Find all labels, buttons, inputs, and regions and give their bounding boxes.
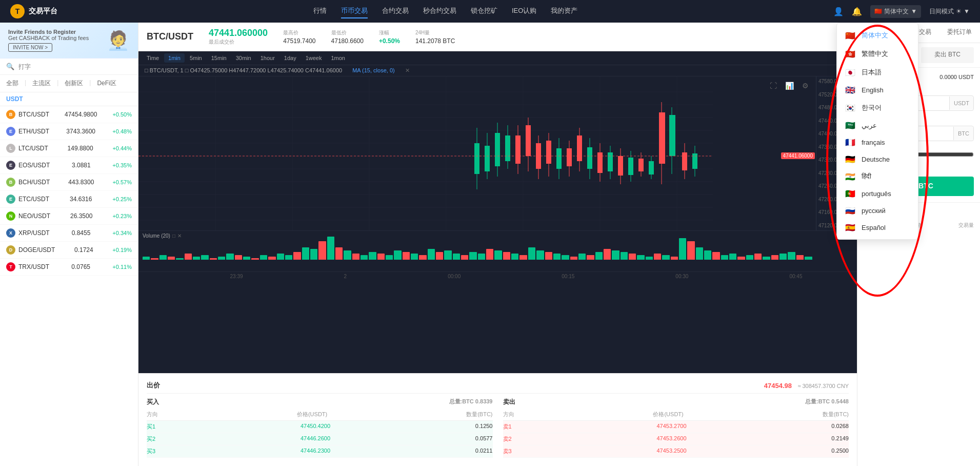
ob-price: 47453.2600 bbox=[656, 435, 686, 443]
lang-selector[interactable]: 🇨🇳 简体中文 ▼ bbox=[870, 5, 921, 18]
volume-bar bbox=[335, 247, 343, 260]
ob-price: 47446.2600 bbox=[301, 435, 330, 443]
lang-option-Deutsche[interactable]: 🇩🇪Deutsche bbox=[837, 151, 918, 168]
ob-sell-row[interactable]: 卖347453.25000.2500 bbox=[503, 445, 849, 458]
lang-option-English[interactable]: 🇬🇧English bbox=[837, 82, 918, 99]
trade-tab-委托订单[interactable]: 委托订单 bbox=[939, 23, 980, 43]
list-item[interactable]: L LTC/USDT 149.8800 +0.44% bbox=[0, 140, 138, 157]
nav-link-锁仓挖矿[interactable]: 锁仓挖矿 bbox=[471, 4, 497, 18]
volume-bar bbox=[377, 254, 385, 260]
ob-buy-row[interactable]: 买247446.26000.0577 bbox=[147, 433, 493, 445]
bell-icon[interactable]: 🔔 bbox=[852, 7, 862, 16]
user-icon[interactable]: 👤 bbox=[833, 7, 844, 16]
volume-bar bbox=[604, 249, 611, 260]
ob-dir: 买3 bbox=[147, 448, 155, 455]
vol-expand-icon[interactable]: □ bbox=[172, 233, 175, 239]
volume-bar bbox=[444, 250, 451, 260]
chart-timeframe-1day[interactable]: 1day bbox=[280, 53, 301, 63]
chart-timeframe-5min[interactable]: 5min bbox=[186, 53, 206, 63]
list-item[interactable]: E ETH/USDT 3743.3600 +0.48% bbox=[0, 123, 138, 140]
coin-row-left: B BTC/USDT bbox=[6, 110, 49, 119]
list-item[interactable]: D DOGE/USDT 0.1724 +0.19% bbox=[0, 242, 138, 259]
nav-link-秒合约交易[interactable]: 秒合约交易 bbox=[423, 4, 456, 18]
list-item[interactable]: E ETC/USDT 34.6316 +0.25% bbox=[0, 191, 138, 208]
list-item[interactable]: B BCH/USDT 443.8300 +0.57% bbox=[0, 174, 138, 191]
coin-change: +0.11% bbox=[112, 264, 132, 270]
chart-timeframe-1hour[interactable]: 1hour bbox=[256, 53, 279, 63]
theme-selector[interactable]: 日间模式 ☀ ▼ bbox=[929, 7, 970, 16]
market-tab-全部[interactable]: 全部 bbox=[6, 78, 18, 89]
volume-bar bbox=[394, 250, 401, 260]
time-axis: 23:39200:0000:1500:3000:45 bbox=[138, 271, 857, 281]
nav-link-行情[interactable]: 行情 bbox=[313, 4, 327, 18]
logo[interactable]: T 交易平台 bbox=[10, 4, 57, 18]
list-item[interactable]: X XRP/USDT 0.8455 +0.34% bbox=[0, 225, 138, 242]
chart-settings-icon[interactable]: 📊 bbox=[783, 81, 796, 91]
market-tab-主流区[interactable]: 主流区 bbox=[32, 78, 51, 89]
lang-flag-한국어: 🇰🇷 bbox=[845, 104, 856, 112]
lang-option-繁體中文[interactable]: 🇭🇰繁體中文 bbox=[837, 45, 918, 63]
chart-timeframe-1week[interactable]: 1week bbox=[302, 53, 326, 63]
ob-sell-row[interactable]: 卖147453.27000.0268 bbox=[503, 421, 849, 433]
time-axis-label: 00:15 bbox=[562, 274, 574, 279]
lang-option-русский[interactable]: 🇷🇺русский bbox=[837, 202, 918, 219]
lang-option-Español[interactable]: 🇪🇸Español bbox=[837, 219, 918, 236]
vol-close-icon[interactable]: ✕ bbox=[177, 233, 182, 239]
invite-now-button[interactable]: INVITE NOW > bbox=[8, 43, 52, 52]
search-input[interactable] bbox=[18, 63, 132, 70]
nav-link-我的资产[interactable]: 我的资产 bbox=[551, 4, 577, 18]
fullscreen-icon[interactable]: ⛶ bbox=[768, 81, 779, 91]
chart-timeframe-15min[interactable]: 15min bbox=[207, 53, 231, 63]
lang-option-日本語[interactable]: 🇯🇵日本語 bbox=[837, 63, 918, 82]
coin-name: ETC/USDT bbox=[18, 196, 49, 203]
list-item[interactable]: E EOS/USDT 3.0881 +0.35% bbox=[0, 157, 138, 174]
list-item[interactable]: T TRX/USDT 0.0765 +0.11% bbox=[0, 259, 138, 276]
nav-link-合约交易[interactable]: 合约交易 bbox=[382, 4, 409, 18]
lang-flag-français: 🇫🇷 bbox=[845, 139, 856, 146]
buy-amount-unit: BTC bbox=[953, 127, 973, 140]
svg-rect-23 bbox=[495, 133, 500, 166]
lang-option-简体中文[interactable]: 🇨🇳简体中文 bbox=[837, 26, 918, 45]
pair-low-value: 47180.6600 bbox=[331, 37, 364, 45]
svg-rect-33 bbox=[546, 141, 551, 164]
lang-option-português[interactable]: 🇵🇹português bbox=[837, 185, 918, 202]
pair-volume: 24H量 141.2078 BTC bbox=[415, 29, 455, 45]
lang-option-عربي[interactable]: 🇸🇦عربي bbox=[837, 117, 918, 134]
nav-link-IEO认购[interactable]: IEO认购 bbox=[512, 4, 536, 18]
lang-option-français[interactable]: 🇫🇷français bbox=[837, 134, 918, 151]
coin-change: +0.50% bbox=[112, 111, 132, 118]
ob-buy-row[interactable]: 买147450.42000.1250 bbox=[147, 421, 493, 433]
volume-bar bbox=[788, 252, 795, 260]
market-tab-DeFi区[interactable]: DeFi区 bbox=[97, 78, 116, 89]
nav-link-币币交易[interactable]: 币币交易 bbox=[341, 4, 368, 18]
lang-option-हिंदी[interactable]: 🇮🇳हिंदी bbox=[837, 168, 918, 185]
coin-list: B BTC/USDT 47454.9800 +0.50% E ETH/USDT … bbox=[0, 106, 138, 466]
chart-timeframe-30min[interactable]: 30min bbox=[232, 53, 255, 63]
coin-row-left: X XRP/USDT bbox=[6, 228, 50, 238]
sell-tab[interactable]: 卖出 BTC bbox=[921, 47, 974, 63]
lang-flag-Deutsche: 🇩🇪 bbox=[845, 156, 856, 163]
ob-qty: 0.2149 bbox=[831, 435, 849, 443]
coin-price: 149.8800 bbox=[68, 145, 93, 152]
lang-flag-português: 🇵🇹 bbox=[845, 190, 856, 198]
ob-ask-cny: ≈ 308457.3700 CNY bbox=[797, 383, 849, 389]
chart-timeframe-Time[interactable]: Time bbox=[143, 53, 163, 63]
ob-sell-header: 方向价格(USDT)数量(BTC) bbox=[503, 409, 849, 421]
left-sidebar: Invite Friends to Register Get CASHBACK … bbox=[0, 23, 138, 466]
chart-gear-icon[interactable]: ⚙ bbox=[800, 81, 811, 91]
chart-timeframe-1mon[interactable]: 1mon bbox=[327, 53, 349, 63]
list-item[interactable]: B BTC/USDT 47454.9800 +0.50% bbox=[0, 106, 138, 123]
volume-bar bbox=[310, 249, 317, 260]
coin-icon: B bbox=[6, 178, 15, 187]
coin-change: +0.48% bbox=[112, 128, 132, 134]
ob-buy-row[interactable]: 买347446.23000.0211 bbox=[147, 445, 493, 458]
list-item[interactable]: N NEO/USDT 26.3500 +0.23% bbox=[0, 208, 138, 225]
market-tab-创新区[interactable]: 创新区 bbox=[65, 78, 83, 89]
language-dropdown: 🇨🇳简体中文🇭🇰繁體中文🇯🇵日本語🇬🇧English🇰🇷한국어🇸🇦عربي🇫🇷f… bbox=[836, 23, 918, 240]
svg-rect-19 bbox=[474, 143, 479, 174]
lang-option-한국어[interactable]: 🇰🇷한국어 bbox=[837, 99, 918, 117]
ob-sell-row[interactable]: 卖247453.26000.2149 bbox=[503, 433, 849, 445]
search-icon: 🔍 bbox=[6, 63, 14, 70]
chevron-down-icon: ▼ bbox=[964, 8, 970, 15]
chart-timeframe-1min[interactable]: 1min bbox=[164, 53, 185, 63]
